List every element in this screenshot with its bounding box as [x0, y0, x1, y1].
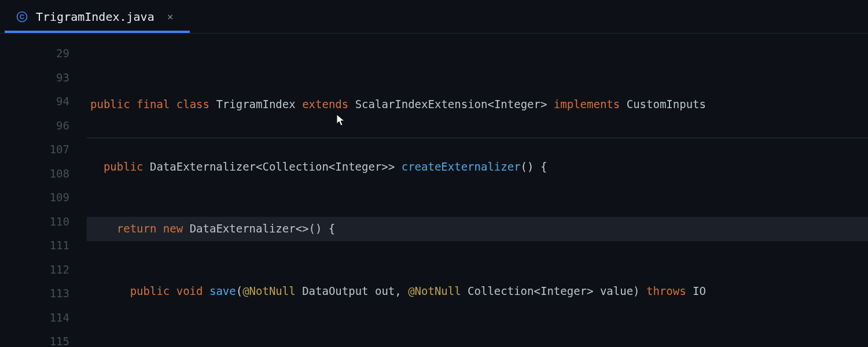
line-number[interactable]: 112: [0, 258, 69, 282]
tab-active-indicator: [5, 31, 190, 33]
line-number[interactable]: 115: [0, 330, 69, 347]
code-line[interactable]: public DataExternalizer<Collection<Integ…: [87, 155, 868, 179]
java-class-icon: C: [16, 11, 28, 23]
code-line[interactable]: public void save(@NotNull DataOutput out…: [87, 279, 868, 304]
line-number[interactable]: 110: [0, 210, 69, 234]
line-gutter: 29 93 94 96 107 108 109 110 111 112 113 …: [0, 34, 87, 347]
sticky-header-divider: [87, 138, 868, 138]
code-line[interactable]: int prev = 0;: [87, 341, 868, 347]
line-number[interactable]: 107: [0, 138, 69, 162]
file-tab[interactable]: C TrigramIndex.java ×: [0, 0, 185, 33]
line-number[interactable]: 111: [0, 234, 69, 258]
code-editor[interactable]: 29 93 94 96 107 108 109 110 111 112 113 …: [0, 34, 868, 347]
line-number[interactable]: 94: [0, 90, 69, 114]
line-number[interactable]: 93: [0, 66, 69, 90]
code-content[interactable]: public final class TrigramIndex extends …: [87, 34, 868, 347]
line-number[interactable]: 108: [0, 162, 69, 186]
svg-text:C: C: [20, 13, 24, 20]
code-line[interactable]: return new DataExternalizer<>() {: [87, 217, 868, 241]
tab-bar: C TrigramIndex.java ×: [0, 0, 868, 34]
tab-title: TrigramIndex.java: [36, 10, 155, 24]
close-tab-icon[interactable]: ×: [167, 10, 174, 23]
line-number[interactable]: 114: [0, 306, 69, 330]
line-number[interactable]: 109: [0, 186, 69, 210]
line-number[interactable]: 113: [0, 282, 69, 306]
line-number[interactable]: 96: [0, 114, 69, 138]
code-line[interactable]: public final class TrigramIndex extends …: [87, 93, 868, 117]
line-number[interactable]: 29: [0, 42, 69, 66]
